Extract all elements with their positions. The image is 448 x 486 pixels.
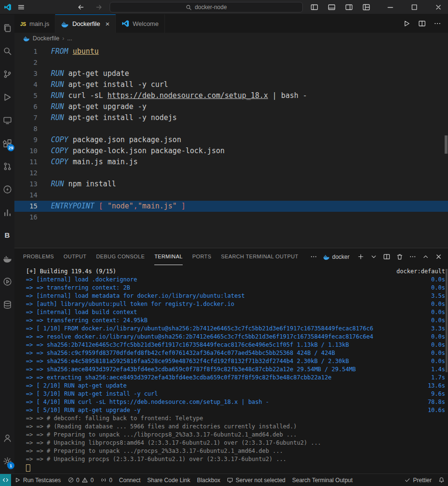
- kill-terminal-icon[interactable]: [394, 251, 405, 263]
- error-icon: [68, 477, 74, 483]
- server-status[interactable]: Server not selected: [224, 474, 288, 486]
- activity-database[interactable]: [0, 293, 14, 316]
- code-text: FROM ubuntu: [51, 46, 99, 57]
- breadcrumb[interactable]: Dockerfile › ...: [14, 33, 448, 44]
- terminal-line: [+] Building 119.4s (9/15)docker:default: [26, 267, 445, 276]
- code-line-4: 4RUN apt-get install -y curl: [14, 79, 448, 90]
- panel-tab-problems[interactable]: PROBLEMS: [23, 248, 54, 265]
- run-testcases[interactable]: Run Testcases: [11, 474, 64, 486]
- connect-label: Connect: [119, 477, 141, 484]
- tab-dockerfile[interactable]: Dockerfile ×: [55, 14, 116, 33]
- search-box[interactable]: docker-node: [110, 2, 303, 12]
- panel-tab-terminal[interactable]: TERMINAL: [154, 248, 183, 265]
- back-arrow-icon[interactable]: [75, 1, 87, 13]
- toggle-panel-icon[interactable]: [326, 1, 337, 13]
- activity-search[interactable]: [0, 39, 14, 62]
- status-bar: Run Testcases000ConnectShare Code LinkBl…: [0, 474, 448, 486]
- code-line-15: 15ENTRYPOINT [ "node","main.js" ]: [14, 201, 448, 212]
- activity-thunder-client[interactable]: [0, 178, 14, 201]
- close-panel-icon[interactable]: [433, 251, 444, 263]
- explorer-icon: [3, 24, 12, 33]
- tab-label: main.js: [29, 20, 49, 27]
- code-line-12: 12: [14, 168, 448, 179]
- terminal-profiles-dropdown-icon[interactable]: [368, 251, 379, 263]
- panel-more-tabs-icon[interactable]: [308, 251, 320, 263]
- editor-more-actions-icon[interactable]: [432, 18, 443, 29]
- terminal-line: => [internal] load .dockerignore0.0s: [26, 276, 445, 284]
- activity-extensions[interactable]: 29: [0, 132, 14, 155]
- code-editor[interactable]: 1FROM ubuntu23RUN apt-get update4RUN apt…: [14, 44, 448, 248]
- terminal-line: => [auth] library/ubuntu:pull token for …: [26, 300, 445, 308]
- toggle-secondary-sidebar-icon[interactable]: [343, 1, 355, 13]
- terminal-scrollbar[interactable]: [446, 269, 448, 372]
- pull-requests-icon: [3, 162, 12, 171]
- forward-arrow-icon[interactable]: [93, 1, 105, 13]
- split-editor-icon[interactable]: [416, 18, 428, 29]
- activity-accounts[interactable]: [0, 426, 14, 450]
- editor-tab-bar: JS main.js Dockerfile × Welcome: [14, 14, 448, 33]
- panel-tab-ports[interactable]: PORTS: [192, 248, 212, 265]
- activity-code-runner[interactable]: [0, 270, 14, 293]
- check-icon: [404, 477, 411, 483]
- terminal-line: => => # Unpacking procps (2:3.3.17-6ubun…: [26, 455, 445, 463]
- main-row: 29B 1 JS main.js Dockerfile × Welcome: [0, 14, 448, 474]
- close-window-button[interactable]: [433, 1, 444, 13]
- tab-welcome[interactable]: Welcome: [116, 14, 165, 33]
- problems-indicator[interactable]: 00: [64, 474, 97, 486]
- activity-source-control[interactable]: [0, 62, 14, 85]
- split-terminal-icon[interactable]: [381, 251, 392, 263]
- menu-icon[interactable]: [15, 1, 27, 13]
- activity-run-and-debug[interactable]: [0, 85, 14, 109]
- panel-tab-search-terminal-output[interactable]: SEARCH TERMINAL OUTPUT: [221, 248, 299, 265]
- database-icon: [3, 300, 12, 309]
- run-file-icon[interactable]: [401, 18, 412, 29]
- line-number: 13: [14, 179, 37, 190]
- terminal-line: => [internal] load metadata for docker.i…: [26, 292, 445, 300]
- share-code-link[interactable]: Share Code Link: [144, 474, 193, 486]
- ports-indicator[interactable]: 0: [97, 474, 116, 486]
- remote-indicator[interactable]: [0, 474, 11, 486]
- new-terminal-icon[interactable]: [355, 251, 366, 263]
- activity-pull-requests[interactable]: [0, 155, 14, 178]
- tab-main-js[interactable]: JS main.js: [14, 14, 55, 33]
- editor-scrollbar[interactable]: [445, 135, 448, 154]
- notifications[interactable]: [435, 474, 448, 486]
- terminal-more-actions-icon[interactable]: [407, 251, 418, 263]
- code-line-2: 2: [14, 57, 448, 68]
- breadcrumb-file: Dockerfile: [33, 35, 60, 42]
- search-terminal-output[interactable]: Search Terminal Output: [289, 474, 356, 486]
- close-tab-icon[interactable]: ×: [105, 20, 110, 27]
- activity-remote-explorer[interactable]: [0, 109, 14, 132]
- line-number: 16: [14, 212, 37, 223]
- panel-tab-debug-console[interactable]: DEBUG CONSOLE: [96, 248, 145, 265]
- terminal[interactable]: [+] Building 119.4s (9/15)docker:default…: [14, 265, 448, 474]
- activity-profiler[interactable]: [0, 201, 14, 224]
- terminal-profile[interactable]: docker: [323, 254, 349, 260]
- blackbox[interactable]: Blackbox: [194, 474, 224, 486]
- code-text: COPY main.js main.js: [51, 157, 138, 168]
- panel-tab-output[interactable]: OUTPUT: [63, 248, 87, 265]
- connect[interactable]: Connect: [116, 474, 144, 486]
- activity-settings[interactable]: 1: [0, 450, 14, 473]
- prettier[interactable]: Prettier: [401, 474, 435, 486]
- customize-layout-icon[interactable]: [361, 1, 372, 13]
- docker-terminal-icon: [323, 254, 330, 260]
- activity-blackbox[interactable]: B: [0, 224, 14, 247]
- code-text: COPY package-lock.json package-lock.json: [51, 146, 224, 157]
- status-bar-right: Prettier: [401, 474, 448, 486]
- activity-explorer[interactable]: [0, 16, 14, 39]
- docker-icon: [61, 20, 69, 28]
- terminal-line: => [ 2/10] RUN apt-get update13.6s: [26, 382, 445, 390]
- maximize-button[interactable]: [409, 1, 420, 13]
- minimize-button[interactable]: [385, 1, 396, 13]
- activity-docker[interactable]: [0, 247, 14, 270]
- search-icon: [186, 4, 192, 11]
- tab-label: Welcome: [133, 20, 159, 27]
- toggle-primary-sidebar-icon[interactable]: [309, 1, 320, 13]
- code-text: RUN apt-get update: [51, 68, 129, 79]
- line-number: 5: [14, 90, 37, 101]
- vscode-icon: [122, 20, 129, 27]
- maximize-panel-icon[interactable]: [420, 251, 431, 263]
- breadcrumb-rest: ...: [67, 35, 72, 42]
- panel-actions: docker: [323, 251, 444, 263]
